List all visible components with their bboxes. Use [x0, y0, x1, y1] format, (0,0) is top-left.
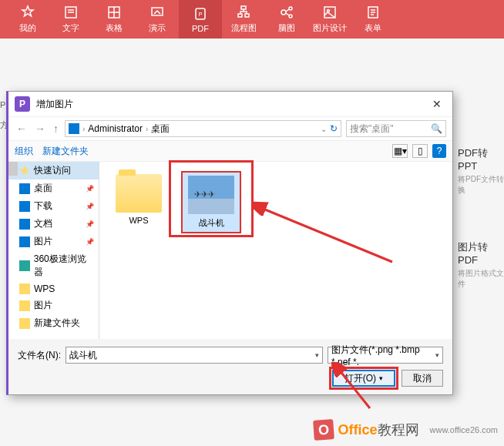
app-toolbar: 我的 文字 表格 演示 PPDF 流程图 脑图 图片设计 表单 — [0, 0, 504, 39]
tab-my[interactable]: 我的 — [6, 0, 49, 39]
folder-icon — [19, 300, 30, 311]
tab-form[interactable]: 表单 — [351, 0, 395, 39]
dialog-nav: ← → ↑ › Administrator › 桌面 ⌄ ↻ 搜索"桌面" 🔍 — [8, 117, 452, 141]
table-icon — [106, 5, 122, 20]
tab-pdf[interactable]: PPDF — [179, 0, 222, 39]
watermark-icon: O — [313, 419, 334, 441]
sidebar-label: 新建文件夹 — [34, 317, 80, 330]
tab-flowchart[interactable]: 流程图 — [222, 0, 265, 39]
back-icon[interactable]: ← — [15, 122, 29, 135]
preview-pane-button[interactable]: ▯ — [412, 144, 428, 158]
tab-presentation[interactable]: 演示 — [136, 0, 179, 39]
side-card-img-pdf[interactable]: 图片转PDF 将图片格式文件 — [458, 240, 504, 290]
sidebar-label: WPS — [34, 283, 55, 294]
tab-table[interactable]: 表格 — [92, 0, 136, 39]
pin-icon: 📌 — [86, 238, 94, 246]
chevron-down-icon[interactable]: ▾ — [435, 351, 439, 359]
new-folder-button[interactable]: 新建文件夹 — [42, 145, 89, 158]
svg-point-8 — [281, 10, 286, 15]
sidebar-item-wpsdisk[interactable]: WPS网盘 — [8, 337, 99, 339]
sidebar-label: 360极速浏览器 — [34, 253, 94, 279]
side-card-pdf-ppt[interactable]: PDF转PPT 将PDF文件转换 — [458, 146, 504, 196]
dialog-titlebar: P 增加图片 ✕ — [8, 92, 452, 117]
picture-icon — [19, 236, 30, 247]
button-label: 取消 — [413, 372, 432, 385]
tab-label: 演示 — [149, 22, 166, 34]
svg-point-10 — [289, 15, 292, 18]
folder-icon — [19, 318, 30, 329]
tab-label: 表单 — [365, 22, 381, 34]
cancel-button[interactable]: 取消 — [402, 370, 443, 387]
refresh-icon[interactable]: ↻ — [330, 123, 338, 134]
file-item-image[interactable]: 战斗机 — [181, 171, 241, 233]
tab-mindmap[interactable]: 脑图 — [265, 0, 308, 39]
search-input[interactable]: 搜索"桌面" 🔍 — [346, 120, 446, 137]
sidebar-item-quick-access[interactable]: 快速访问 — [8, 162, 99, 179]
pin-icon: 📌 — [86, 185, 94, 193]
tab-image-design[interactable]: 图片设计 — [308, 0, 351, 39]
pdf-icon: P — [193, 6, 208, 22]
star-icon — [20, 5, 35, 20]
filetype-value: 图片文件(*.png *.bmp *.nef *. — [331, 344, 435, 367]
forward-icon: → — [33, 122, 47, 135]
watermark-brand: OfficeOffice教程网教程网 — [338, 421, 419, 439]
filename-value: 战斗机 — [69, 349, 97, 362]
chevron-down-icon[interactable]: ▾ — [315, 351, 319, 359]
view-mode-button[interactable]: ▦▾ — [392, 144, 408, 158]
sidebar-item-documents[interactable]: 文档📌 — [8, 215, 99, 233]
breadcrumb-user[interactable]: Administrator — [88, 123, 143, 134]
download-icon — [19, 201, 30, 212]
svg-rect-5 — [241, 6, 246, 9]
sidebar-item-browser[interactable]: 360极速浏览器 — [8, 250, 99, 281]
dialog-toolbar: 组织 新建文件夹 ▦▾ ▯ ? — [8, 141, 452, 162]
scrollbar-thumb[interactable] — [8, 162, 18, 176]
sidebar-item-pictures[interactable]: 图片📌 — [8, 233, 99, 250]
filetype-select[interactable]: 图片文件(*.png *.bmp *.nef *.▾ — [328, 347, 443, 364]
file-name: WPS — [129, 216, 148, 225]
sidebar-label: 图片 — [34, 235, 52, 248]
search-icon: 🔍 — [431, 123, 442, 134]
sidebar-label: 图片 — [34, 299, 52, 312]
tab-label: PDF — [192, 24, 209, 33]
card-title: PDF转PPT — [458, 146, 504, 172]
address-bar[interactable]: › Administrator › 桌面 ⌄ ↻ — [65, 120, 341, 137]
close-icon[interactable]: ✕ — [428, 96, 446, 112]
button-label: 打开(O) — [344, 372, 376, 385]
browser-icon — [19, 260, 30, 271]
tab-label: 我的 — [19, 22, 36, 34]
open-button[interactable]: 打开(O)▾ — [332, 370, 395, 387]
mindmap-icon — [279, 5, 294, 20]
card-title: 图片转PDF — [458, 240, 504, 266]
file-list[interactable]: WPS 战斗机 — [99, 162, 452, 339]
sidebar-label: 桌面 — [34, 182, 52, 195]
image-design-icon — [322, 5, 338, 20]
flowchart-icon — [236, 5, 251, 20]
sidebar-label: 快速访问 — [34, 164, 71, 177]
sidebar-item-desktop[interactable]: 桌面📌 — [8, 179, 99, 197]
filename-input[interactable]: 战斗机▾ — [66, 347, 323, 364]
dialog-sidebar[interactable]: 快速访问 桌面📌 下载📌 文档📌 图片📌 360极速浏览器 WPS 图片 新建文… — [8, 162, 99, 339]
tab-text[interactable]: 文字 — [49, 0, 92, 39]
svg-line-14 — [261, 208, 392, 262]
folder-icon — [116, 174, 162, 213]
sidebar-item-newfolder[interactable]: 新建文件夹 — [8, 314, 99, 332]
help-icon[interactable]: ? — [432, 144, 446, 158]
sidebar-item-wps[interactable]: WPS — [8, 281, 99, 297]
sidebar-item-pictures2[interactable]: 图片 — [8, 297, 99, 314]
file-item-folder[interactable]: WPS — [109, 171, 169, 228]
filename-label: 文件名(N): — [18, 349, 61, 362]
sidebar-item-downloads[interactable]: 下载📌 — [8, 197, 99, 215]
watermark: O OfficeOffice教程网教程网 www.office26.com — [314, 420, 498, 440]
chevron-down-icon[interactable]: ⌄ — [321, 125, 327, 133]
tab-label: 图片设计 — [313, 22, 347, 34]
up-icon[interactable]: ↑ — [52, 122, 60, 135]
chevron-down-icon: ▾ — [379, 374, 383, 382]
file-open-dialog: P 增加图片 ✕ ← → ↑ › Administrator › 桌面 ⌄ ↻ … — [6, 91, 453, 395]
dialog-title: 增加图片 — [36, 98, 73, 111]
organize-menu[interactable]: 组织 — [15, 145, 33, 158]
form-icon — [365, 5, 381, 20]
breadcrumb-folder[interactable]: 桌面 — [151, 122, 170, 136]
dialog-body: 快速访问 桌面📌 下载📌 文档📌 图片📌 360极速浏览器 WPS 图片 新建文… — [8, 162, 452, 339]
watermark-url: www.office26.com — [430, 425, 498, 434]
chevron-right-icon: › — [82, 125, 85, 133]
